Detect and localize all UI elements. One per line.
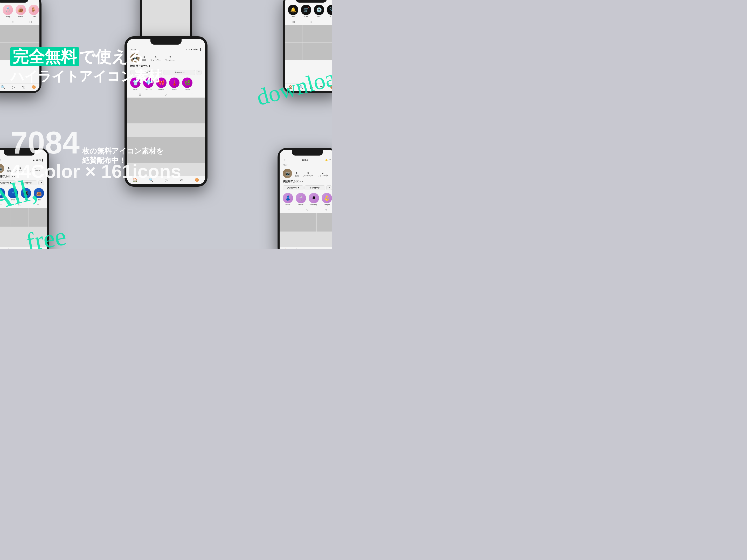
tab-row-bl: ⊞ ▷ ◻ xyxy=(0,202,47,208)
grid-cell xyxy=(298,213,317,232)
signal-icon: ▲▲▲ xyxy=(186,48,193,51)
grid-cell xyxy=(179,98,205,124)
hl-circle-ribbon-c: 🎀 xyxy=(156,78,166,88)
following-stat-br: 2 フォロー中 xyxy=(317,171,328,177)
notch-tl xyxy=(0,0,28,3)
grid-tr xyxy=(285,25,332,60)
search-icon-tr[interactable]: 🔍 xyxy=(299,85,304,89)
message-btn-br[interactable]: メッセージ xyxy=(305,185,325,190)
highlight-label-ring: Ring xyxy=(6,16,9,17)
followers-stat-bl: 5 フォロワー xyxy=(15,166,25,172)
grid-cell xyxy=(29,208,47,226)
time-center: 4:20 xyxy=(131,48,136,51)
profile-icon[interactable]: 🎨 xyxy=(32,85,36,89)
more-btn-br[interactable]: ▼ xyxy=(326,185,332,190)
search-label-br: 検索 xyxy=(280,162,332,167)
shop-icon[interactable]: 🛍 xyxy=(22,85,25,89)
follow-btn-br[interactable]: フォロー中▼ xyxy=(283,185,304,190)
profile-icon-tr[interactable]: 🎨 xyxy=(330,85,332,89)
hl-wear-bl: 👕 Wear xyxy=(0,188,5,201)
more-br: ••• xyxy=(329,159,331,161)
tab-row-tl: ⊞ ▷ ◻ xyxy=(0,19,40,25)
shop-icon-br[interactable]: 🛍 xyxy=(316,248,320,249)
reel-icon-br[interactable]: ▷ xyxy=(306,248,309,249)
shop-icon-bl[interactable]: 🛍 xyxy=(28,248,32,249)
followers-num-br: 5 xyxy=(303,171,313,174)
grid-cell xyxy=(280,213,298,232)
hl-label-hat-bl: Hat xyxy=(25,199,27,201)
grid-cell xyxy=(0,25,4,42)
search-icon-bl[interactable]: 🔍 xyxy=(7,248,11,249)
posts-stat-bl: 5 投稿 xyxy=(7,166,11,172)
grid-cell xyxy=(4,25,22,42)
hl-circle-wear-bl: 👕 xyxy=(0,188,5,198)
tag-icon-tr: ◻ xyxy=(328,20,330,24)
profile-icon-br[interactable]: 🎨 xyxy=(327,248,332,249)
search-icon-br[interactable]: 🔍 xyxy=(295,248,299,249)
stats-center: 5 投稿 5 フォロワー 2 フォロー中 xyxy=(142,56,175,62)
status-bar-br: ‹ 13:04 🔔 ••• xyxy=(280,157,332,162)
hl-dress-bl: 👗 Dress xyxy=(8,188,18,201)
tag-icon: ◻ xyxy=(29,20,32,24)
message-btn-center[interactable]: メッセージ xyxy=(163,70,195,75)
reel-icon[interactable]: ▷ xyxy=(12,85,15,89)
highlights-bl: 👕 Wear 👗 Dress 🎩 Hat 👜 Tote ⌚ Watc xyxy=(0,186,47,202)
status-icons-center: ▲▲▲ WiFi ▐ xyxy=(186,48,201,51)
tag-icon-br: ◻ xyxy=(325,208,327,212)
phone-top-right: 🔔 Bell 🛒 Cart 💿 Disc 📎 Clip 👗 Dre xyxy=(283,0,332,93)
username-bl: 検証用アカウント xyxy=(0,175,44,178)
hl-label-ribbon-c: Ribbon xyxy=(158,88,164,90)
highlight-circle-chair: 🪑 xyxy=(28,5,39,15)
profile-icon-c[interactable]: 🎨 xyxy=(195,178,199,182)
grid-cell xyxy=(303,25,320,42)
reel-icon-tr[interactable]: ▷ xyxy=(310,85,313,89)
message-btn-bl[interactable]: メッセージ xyxy=(17,181,37,185)
followers-num-bl: 5 xyxy=(15,166,25,169)
profile-row-br: 📷 5 投稿 5 フォロワー 2 フォロー中 xyxy=(280,167,332,180)
hl-circle-dress-br: 👗 xyxy=(283,193,293,203)
grid-tl xyxy=(0,25,40,60)
highlight-item-cart: 🛒 Cart xyxy=(301,5,311,17)
hl-wear-center: 👕 Wear xyxy=(130,78,140,90)
video-icon-center: ▷ xyxy=(165,93,167,97)
search-icon-c[interactable]: 🔍 xyxy=(149,178,153,182)
reel-icon-c[interactable]: ▷ xyxy=(165,178,168,182)
followers-stat-br: 5 フォロワー xyxy=(303,171,313,177)
highlights-top-left: 👕 Wear 💍 Ring 👜 Wallet 🪑 Chair 🌿 xyxy=(0,3,40,19)
hl-label-dress-br: Dress xyxy=(286,204,290,206)
status-icons-br: 13:04 xyxy=(302,159,308,161)
following-num-br: 2 xyxy=(317,171,328,174)
following-num-bl: 2 xyxy=(30,166,40,169)
highlight-item-clip: 📎 Clip xyxy=(327,5,332,17)
follow-btn-bl[interactable]: フォロー中▼ xyxy=(0,181,16,185)
reel-icon-bl[interactable]: ▷ xyxy=(19,248,21,249)
hl-label-plants-c: Plants xyxy=(185,88,189,90)
shop-icon-c[interactable]: 🛍 xyxy=(179,178,183,182)
battery-icon: ▐ xyxy=(199,48,201,51)
hl-circle-tote-bl: 👜 xyxy=(34,188,44,198)
grid-cell xyxy=(0,43,4,60)
home-icon-tr[interactable]: 🏠 xyxy=(288,85,292,89)
grid-cell xyxy=(4,43,22,60)
home-icon-c[interactable]: 🏠 xyxy=(133,178,137,182)
more-btn-center[interactable]: ▼ xyxy=(196,70,202,75)
shop-icon-tr[interactable]: 🛍 xyxy=(320,85,324,89)
highlight-label-wallet: Wallet xyxy=(18,16,23,17)
highlight-label-chair: Chair xyxy=(32,16,36,17)
grid-icon-br: ⊞ xyxy=(288,208,290,212)
search-icon[interactable]: 🔍 xyxy=(1,85,5,89)
profile-icon-bl[interactable]: 🎨 xyxy=(39,248,44,249)
follow-btn-center[interactable]: フォロー中▼ xyxy=(130,70,162,75)
highlight-item: 🪑 Chair xyxy=(28,5,39,17)
phone-top-left: 👕 Wear 💍 Ring 👜 Wallet 🪑 Chair 🌿 xyxy=(0,0,42,93)
hl-hashtag-br: # Hashtag xyxy=(309,193,319,206)
hl-circle-dress-bl: 👗 xyxy=(8,188,18,198)
more-btn-bl[interactable]: ▼ xyxy=(38,181,44,185)
hl-circle-plants-c: 🌿 xyxy=(182,78,192,88)
home-icon-br[interactable]: 🏠 xyxy=(283,248,288,249)
back-icon-br[interactable]: ‹ xyxy=(284,159,285,161)
bottom-nav-br: 🏠 🔍 ▷ 🛍 🎨 xyxy=(280,246,332,249)
grid-cell xyxy=(153,98,179,124)
hl-label-dress-bl: Dress xyxy=(10,199,15,201)
hl-label-tote-bl: Tote xyxy=(37,199,41,201)
